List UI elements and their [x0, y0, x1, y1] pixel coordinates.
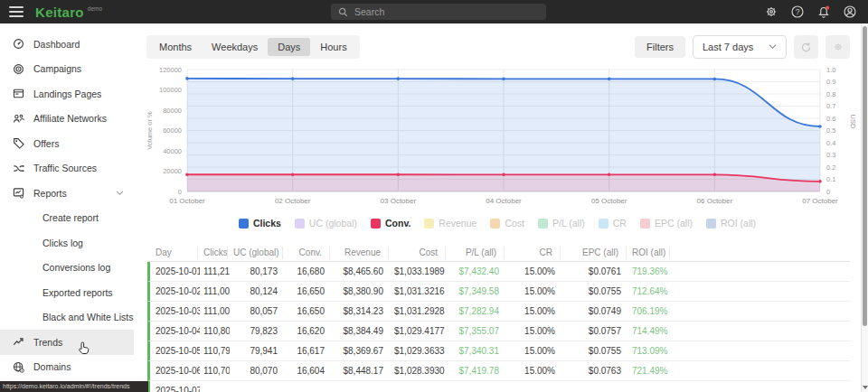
sidebar-item-offers[interactable]: Offers [0, 131, 134, 156]
sidebar-item-reports[interactable]: Reports [0, 181, 134, 206]
svg-text:0.7: 0.7 [826, 102, 835, 110]
data-point[interactable] [397, 77, 401, 80]
table-row[interactable]: 2025-10-05110,7979,94116,617$8,369.67$1,… [147, 341, 850, 361]
col-header-cr[interactable]: CR [504, 247, 560, 259]
legend-item-revenue[interactable]: Revenue [424, 218, 476, 229]
table-row[interactable]: 2025-10-03111,0080,05716,650$8,314.23$1,… [147, 302, 850, 322]
cell-day: 2025-10-03 [150, 306, 200, 316]
legend-item-uc-global[interactable]: UC (global) [295, 218, 357, 229]
cell-revenue: $8,384.49 [332, 326, 391, 336]
search-input[interactable]: Search [331, 4, 546, 20]
sidebar-item-label: Trends [33, 337, 62, 348]
col-header-epc-all[interactable]: EPC (all) [560, 247, 626, 259]
filters-button[interactable]: Filters [635, 36, 685, 58]
legend-label: UC (global) [309, 218, 357, 229]
legend-label: Conv. [385, 218, 410, 229]
data-point[interactable] [291, 77, 295, 80]
data-point[interactable] [713, 173, 717, 177]
tab-months[interactable]: Months [149, 38, 202, 56]
search-icon [338, 7, 348, 17]
sidebar-item-conversions-log[interactable]: Conversions log [0, 256, 134, 281]
col-header-clicks[interactable]: Clicks [197, 247, 227, 259]
legend-item-conv[interactable]: Conv. [371, 218, 410, 229]
legend-item-cr[interactable]: CR [599, 218, 627, 229]
col-header-cost[interactable]: Cost [388, 247, 445, 259]
sidebar-item-exported-reports[interactable]: Exported reports [0, 280, 134, 305]
data-point[interactable] [713, 78, 717, 81]
data-point[interactable] [397, 173, 401, 176]
settings-icon[interactable] [764, 5, 778, 19]
menu-icon[interactable] [9, 6, 24, 17]
sidebar-item-landings-pages[interactable]: Landings Pages [0, 81, 134, 107]
table-row[interactable]: 2025-10-07 [147, 381, 850, 392]
legend-item-roi-all[interactable]: ROI (all) [706, 218, 756, 229]
data-point[interactable] [291, 173, 295, 176]
col-header-uc-global[interactable]: UC (global) [227, 247, 282, 259]
date-range-select[interactable]: Last 7 days [693, 35, 787, 59]
data-point[interactable] [502, 78, 505, 81]
landings-icon [13, 88, 24, 99]
legend-item-epc-all[interactable]: EPC (all) [640, 218, 693, 229]
data-point[interactable] [185, 77, 189, 80]
data-point[interactable] [608, 173, 611, 177]
cell-conv: 16,620 [285, 326, 332, 336]
table-row[interactable]: 2025-10-01111,2180,17316,680$8,465.60$1,… [147, 262, 850, 282]
vertical-scrollbar[interactable] [861, 23, 868, 392]
cell-epc-all: $0.0761 [562, 266, 628, 276]
table-row[interactable]: 2025-10-06110,7080,07016,604$8,448.17$1,… [147, 361, 850, 381]
sidebar-item-create-report[interactable]: Create report [0, 206, 134, 231]
gear-icon [833, 42, 844, 52]
col-header-day[interactable]: Day [147, 247, 197, 259]
account-icon[interactable] [843, 5, 857, 19]
data-point[interactable] [185, 173, 189, 176]
col-header-revenue[interactable]: Revenue [329, 247, 388, 259]
sidebar-item-label: Campaigns [33, 63, 81, 74]
sidebar-item-traffic-sources[interactable]: Traffic Sources [0, 156, 134, 182]
sidebar-item-label: Domains [33, 361, 71, 372]
brand-logo[interactable]: Keitaro [35, 5, 84, 20]
table-row[interactable]: 2025-10-04110,8079,82316,620$8,384.49$1,… [147, 322, 850, 341]
col-header-p-l-all[interactable]: P/L (all) [445, 247, 504, 259]
data-point[interactable] [818, 180, 822, 183]
cell-epc-all: $0.0755 [562, 286, 628, 296]
data-point[interactable] [608, 78, 611, 81]
col-header-conv[interactable]: Conv. [282, 247, 329, 259]
svg-text:01 October: 01 October [169, 197, 205, 205]
table-row[interactable]: 2025-10-02111,0080,12416,650$8,380.90$1,… [147, 282, 850, 302]
sidebar-item-label: Clicks log [42, 238, 83, 248]
data-point[interactable] [818, 125, 822, 128]
notifications-icon[interactable] [816, 5, 831, 19]
chart-settings-button[interactable] [826, 35, 850, 59]
data-point[interactable] [502, 173, 505, 177]
sidebar-item-label: Affiliate Networks [33, 113, 107, 124]
tab-weekdays[interactable]: Weekdays [202, 38, 268, 56]
cell-cost: $1,031.2928 [391, 306, 448, 316]
sidebar-item-trends[interactable]: Trends [0, 330, 134, 355]
cell-cost: $1,031.3216 [391, 286, 448, 296]
scrollbar-down-arrow[interactable] [863, 386, 868, 389]
legend-swatch [640, 219, 650, 229]
legend-item-cost[interactable]: Cost [490, 218, 524, 229]
sidebar-item-domains[interactable]: Domains [0, 355, 134, 380]
help-icon[interactable]: ? [790, 5, 805, 19]
legend-swatch [295, 219, 305, 229]
refresh-button[interactable] [794, 35, 818, 59]
legend-swatch [371, 219, 381, 229]
svg-text:20000: 20000 [163, 167, 182, 175]
toolbar-right: Filters Last 7 days [635, 35, 850, 59]
scrollbar-thumb[interactable] [863, 26, 867, 326]
tab-hours[interactable]: Hours [310, 38, 356, 56]
cell-clicks: 110,79 [200, 346, 230, 356]
cell-clicks: 111,00 [200, 306, 230, 316]
legend-item-clicks[interactable]: Clicks [239, 218, 281, 229]
svg-text:?: ? [796, 7, 800, 16]
sidebar-item-black-and-white-lists[interactable]: Black and White Lists [0, 305, 134, 331]
sidebar-item-clicks-log[interactable]: Clicks log [0, 230, 134, 256]
sidebar-item-campaigns[interactable]: Campaigns [0, 57, 134, 82]
sidebar-item-affiliate-networks[interactable]: Affiliate Networks [0, 107, 134, 132]
legend-item-p-l-all[interactable]: P/L (all) [538, 218, 585, 229]
sidebar-item-dashboard[interactable]: Dashboard [0, 32, 134, 57]
tab-days[interactable]: Days [268, 38, 310, 56]
col-header-roi-all[interactable]: ROI (all) [626, 247, 669, 259]
cell-clicks: 111,00 [200, 286, 230, 296]
